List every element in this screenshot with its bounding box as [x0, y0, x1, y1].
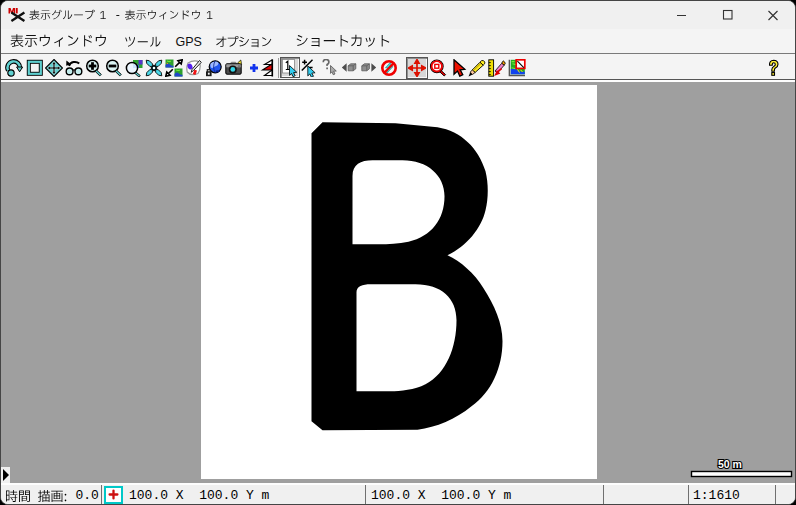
svg-text:50 m: 50 m [718, 458, 742, 470]
